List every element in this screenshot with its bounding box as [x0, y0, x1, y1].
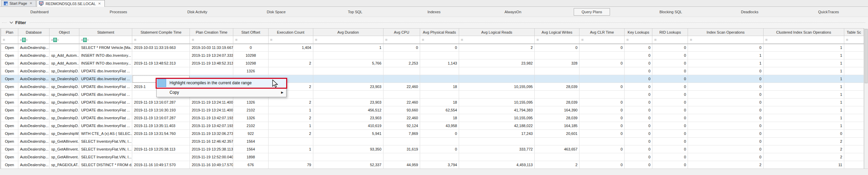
- filter-cell-index_scan_ops[interactable]: =: [688, 36, 763, 44]
- column-header-plan[interactable]: Plan: [1, 29, 18, 36]
- cell-object[interactable]: sp_DealershipD...: [50, 114, 79, 122]
- table-row[interactable]: OpenAutoDealership...sp_Add_Autom...INSE…: [1, 59, 864, 67]
- cell-clustered_index_scan_ops[interactable]: 1: [763, 59, 844, 67]
- cell-key_lookups[interactable]: 0: [625, 161, 652, 169]
- cell-avg_duration[interactable]: 410,619: [313, 122, 383, 130]
- cell-avg_logical_writes[interactable]: 164,390: [535, 106, 579, 114]
- cell-avg_duration[interactable]: [313, 75, 383, 83]
- cell-avg_logical_reads[interactable]: [459, 67, 534, 75]
- cell-table_scan_ops[interactable]: [844, 91, 864, 99]
- cell-plan[interactable]: Open: [1, 106, 18, 114]
- filter-cell-plan[interactable]: =: [1, 36, 18, 44]
- cell-exec_count[interactable]: 1,404: [268, 44, 313, 52]
- cell-key_lookups[interactable]: 0: [625, 122, 652, 130]
- cell-avg_clr_time[interactable]: 0: [579, 161, 625, 169]
- cell-rid_lookups[interactable]: 0: [652, 145, 688, 153]
- cell-avg_physical_reads[interactable]: [420, 153, 459, 161]
- filter-cell-table_scan_ops[interactable]: =: [844, 36, 864, 44]
- cell-avg_duration[interactable]: 456,512: [313, 106, 383, 114]
- cell-statement[interactable]: UPDATE dbo.InventoryFlat ...: [79, 67, 132, 75]
- filter-cell-clustered_index_scan_ops[interactable]: =: [763, 36, 844, 44]
- cell-avg_cpu[interactable]: [383, 153, 420, 161]
- column-header-rid_lookups[interactable]: RID Lookups: [652, 29, 688, 36]
- cell-plan[interactable]: Open: [1, 52, 18, 59]
- cell-avg_physical_reads[interactable]: 0: [420, 130, 459, 138]
- cell-avg_clr_time[interactable]: 0: [579, 130, 625, 138]
- cell-creation_time[interactable]: 2019-11-16 12:46:42.357: [190, 138, 233, 145]
- cell-object[interactable]: sp_GetAllInvent...: [50, 138, 79, 145]
- filter-cell-object[interactable]: aBc: [50, 36, 79, 44]
- cell-avg_logical_reads[interactable]: 23,982: [459, 59, 534, 67]
- cell-table_scan_ops[interactable]: [844, 161, 864, 169]
- cell-statement[interactable]: UPDATE dbo.InventoryFlat ...: [79, 99, 132, 106]
- filter-cell-creation_time[interactable]: =: [190, 36, 233, 44]
- filter-cell-avg_clr_time[interactable]: =: [579, 36, 625, 44]
- cell-avg_logical_writes[interactable]: 20,601: [535, 130, 579, 138]
- cell-compile_time[interactable]: [132, 138, 190, 145]
- cell-clustered_index_scan_ops[interactable]: 2: [763, 145, 844, 153]
- cell-avg_logical_writes[interactable]: 28,039: [535, 99, 579, 106]
- cell-creation_time[interactable]: 2019-11-19 13:24:11.400: [190, 106, 233, 114]
- cell-avg_logical_reads[interactable]: [459, 153, 534, 161]
- filter-cell-database[interactable]: aBc: [18, 36, 50, 44]
- cell-table_scan_ops[interactable]: [844, 138, 864, 145]
- chevron-down-icon[interactable]: [9, 21, 13, 24]
- close-icon[interactable]: ✕: [97, 2, 101, 6]
- cell-avg_cpu[interactable]: 2,253: [383, 59, 420, 67]
- cell-avg_physical_reads[interactable]: 62,554: [420, 106, 459, 114]
- cell-avg_clr_time[interactable]: [579, 52, 625, 59]
- cell-creation_time[interactable]: 2019-11-19 13:42:07.193: [190, 122, 233, 130]
- cell-clustered_index_scan_ops[interactable]: 1: [763, 44, 844, 52]
- cell-object[interactable]: sp_DealershipW...: [50, 130, 79, 138]
- cell-exec_count[interactable]: 1: [268, 122, 313, 130]
- cell-avg_clr_time[interactable]: 0: [579, 114, 625, 122]
- cell-compile_time[interactable]: 2019-11-19 13:16:07.287: [132, 99, 190, 106]
- cell-avg_clr_time[interactable]: [579, 75, 625, 83]
- cell-key_lookups[interactable]: 0: [625, 138, 652, 145]
- cell-avg_logical_reads[interactable]: 41,794,383: [459, 106, 534, 114]
- cell-avg_physical_reads[interactable]: 3,794: [420, 161, 459, 169]
- cell-avg_logical_reads[interactable]: [459, 75, 534, 83]
- cell-table_scan_ops[interactable]: [844, 83, 864, 91]
- cell-avg_logical_reads[interactable]: 42,188,022: [459, 122, 534, 130]
- filter-cell-key_lookups[interactable]: =: [625, 36, 652, 44]
- cell-key_lookups[interactable]: 0: [625, 75, 652, 83]
- table-row[interactable]: OpenAutoDealership...sp_DealershipD...UP…: [1, 75, 864, 83]
- cell-plan[interactable]: Open: [1, 83, 18, 91]
- tab-server-redmondsql03[interactable]: REDMONDSQL03.SE.LOCAL ✕: [37, 0, 104, 7]
- cell-avg_logical_reads[interactable]: 4,459,113: [459, 161, 534, 169]
- cell-avg_duration[interactable]: 23,903: [313, 114, 383, 122]
- cell-avg_physical_reads[interactable]: 0: [420, 44, 459, 52]
- cell-index_scan_ops[interactable]: 0: [688, 145, 763, 153]
- cell-rid_lookups[interactable]: 0: [652, 59, 688, 67]
- cell-start_offset[interactable]: 1326: [233, 99, 268, 106]
- column-header-avg_cpu[interactable]: Avg CPU: [383, 29, 420, 36]
- cell-object[interactable]: sp_PAGEIOLAT...: [50, 161, 79, 169]
- table-row[interactable]: OpenAutoDealership...sp_GetAllInvent...S…: [1, 138, 864, 145]
- cell-object[interactable]: sp_DealershipD...: [50, 67, 79, 75]
- cell-clustered_index_scan_ops[interactable]: 1: [763, 75, 844, 83]
- cell-avg_duration[interactable]: 52,337: [313, 161, 383, 169]
- column-header-exec_count[interactable]: Execution Count: [268, 29, 313, 36]
- cell-creation_time[interactable]: 2019-11-19 12:52:00.040: [190, 153, 233, 161]
- cell-avg_cpu[interactable]: [383, 75, 420, 83]
- cell-avg_cpu[interactable]: [383, 138, 420, 145]
- cell-rid_lookups[interactable]: 0: [652, 52, 688, 59]
- cell-key_lookups[interactable]: 0: [625, 52, 652, 59]
- cell-avg_duration[interactable]: [313, 67, 383, 75]
- cell-avg_logical_writes[interactable]: 28,039: [535, 114, 579, 122]
- cell-statement[interactable]: INSERT INTO dbo.Inventory...: [79, 52, 132, 59]
- cell-rid_lookups[interactable]: 0: [652, 67, 688, 75]
- table-row[interactable]: OpenAutoDealership...sp_DealershipD...UP…: [1, 99, 864, 106]
- cell-creation_time[interactable]: 2019-11-19 13:25:38.113: [190, 145, 233, 153]
- cell-table_scan_ops[interactable]: [844, 130, 864, 138]
- cell-table_scan_ops[interactable]: [844, 122, 864, 130]
- cell-avg_physical_reads[interactable]: 0: [420, 145, 459, 153]
- cell-key_lookups[interactable]: 0: [625, 99, 652, 106]
- cell-avg_logical_writes[interactable]: [535, 91, 579, 99]
- cell-avg_duration[interactable]: [313, 52, 383, 59]
- cell-avg_cpu[interactable]: 7,869: [383, 130, 420, 138]
- cell-compile_time[interactable]: 2019-10-03 11:33:19.663: [132, 44, 190, 52]
- column-header-avg_clr_time[interactable]: Avg CLR Time: [579, 29, 625, 36]
- cell-avg_logical_writes[interactable]: [535, 67, 579, 75]
